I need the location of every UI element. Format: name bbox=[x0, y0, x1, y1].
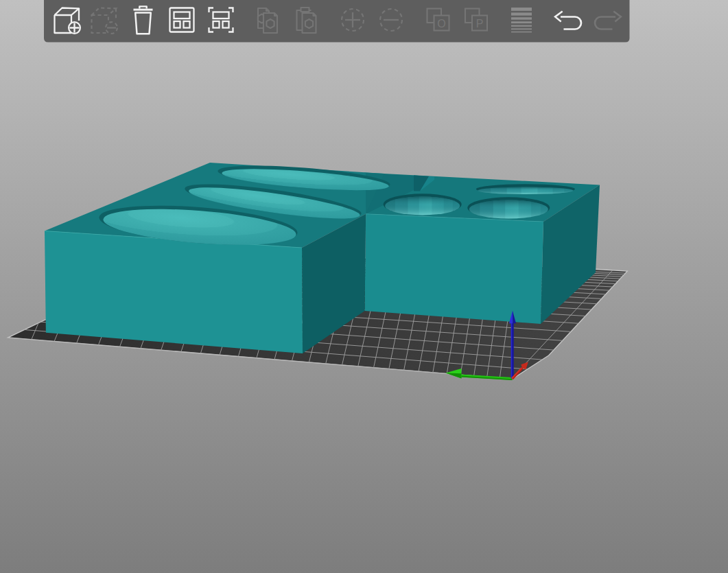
svg-text:P: P bbox=[476, 18, 484, 30]
svg-text:O: O bbox=[437, 18, 445, 30]
